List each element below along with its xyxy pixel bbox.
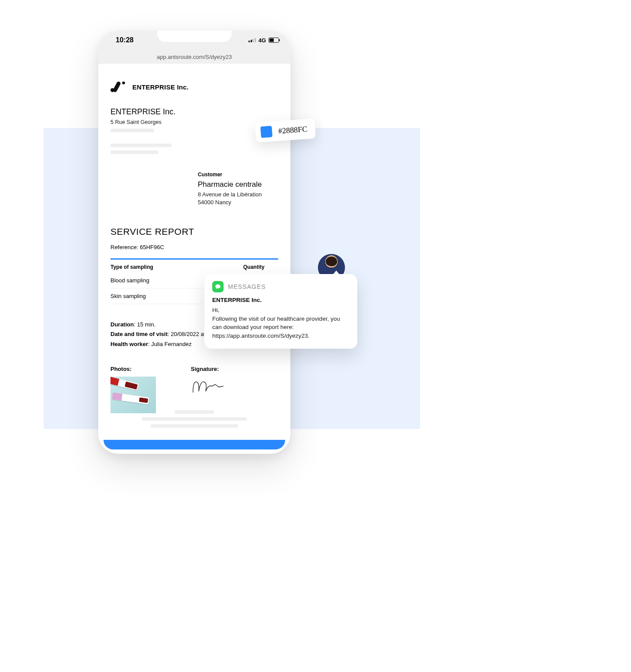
- photo-thumbnail[interactable]: [110, 377, 156, 413]
- brand-header: ENTERPRISE Inc.: [110, 81, 278, 93]
- color-hex: #2888FC: [278, 124, 307, 136]
- customer-block: Customer Pharmacie centrale 8 Avenue de …: [198, 171, 278, 206]
- color-swatch: [260, 126, 272, 138]
- signal-icon: [248, 38, 256, 42]
- messages-app-icon: [212, 281, 224, 292]
- signature-label: Signature:: [191, 366, 226, 372]
- battery-icon: [269, 38, 279, 43]
- skeleton-line: [110, 151, 159, 154]
- report-reference: Reference: 65HF96C: [110, 244, 278, 250]
- company-address: 5 Rue Saint Georges: [110, 119, 278, 125]
- color-chip: #2888FC: [255, 118, 316, 142]
- footer-skeleton: [138, 410, 251, 428]
- customer-name: Pharmacie centrale: [198, 180, 278, 189]
- message-sender: ENTERPRISE Inc.: [212, 297, 349, 303]
- skeleton-line: [110, 129, 154, 132]
- brand-logo-icon: [110, 81, 126, 93]
- customer-addr1: 8 Avenue de la Libération: [198, 191, 278, 199]
- brand-name: ENTERPRISE Inc.: [132, 83, 189, 91]
- table-header: Type of sampling Quantity: [110, 264, 278, 273]
- signature-image: [191, 378, 226, 396]
- phone-mockup: 10:28 4G app.antsroute.com/S/dyezy23 ENT…: [98, 31, 290, 454]
- message-app-label: MESSAGES: [228, 283, 266, 290]
- customer-addr2: 54000 Nancy: [198, 199, 278, 206]
- svg-rect-1: [112, 81, 121, 93]
- photos-section: Photos:: [110, 366, 156, 413]
- divider-blue: [110, 258, 278, 260]
- network-label: 4G: [259, 37, 266, 44]
- col-type-header: Type of sampling: [110, 264, 243, 270]
- status-time: 10:28: [116, 36, 134, 44]
- message-notification[interactable]: MESSAGES ENTERPRISE Inc. Hi, Following t…: [204, 274, 357, 349]
- customer-label: Customer: [198, 171, 278, 178]
- phone-notch: [157, 31, 231, 42]
- company-name: ENTERPRISE Inc.: [110, 107, 278, 117]
- skeleton-line: [110, 144, 172, 147]
- report-title: SERVICE REPORT: [110, 226, 278, 237]
- status-bar: 10:28 4G: [98, 31, 290, 50]
- status-right: 4G: [248, 37, 279, 44]
- message-body: Hi, Following the visit of our healthcar…: [212, 306, 349, 340]
- url-text: app.antsroute.com/S/dyezy23: [157, 54, 232, 60]
- photos-label: Photos:: [110, 366, 156, 372]
- browser-url-bar[interactable]: app.antsroute.com/S/dyezy23: [98, 50, 290, 64]
- signature-section: Signature:: [191, 366, 226, 413]
- svg-point-2: [122, 82, 125, 85]
- col-qty-header: Quantity: [243, 264, 278, 270]
- page-content: ENTERPRISE Inc. ENTERPRISE Inc. 5 Rue Sa…: [98, 64, 290, 443]
- bottom-accent-bar: [103, 440, 285, 449]
